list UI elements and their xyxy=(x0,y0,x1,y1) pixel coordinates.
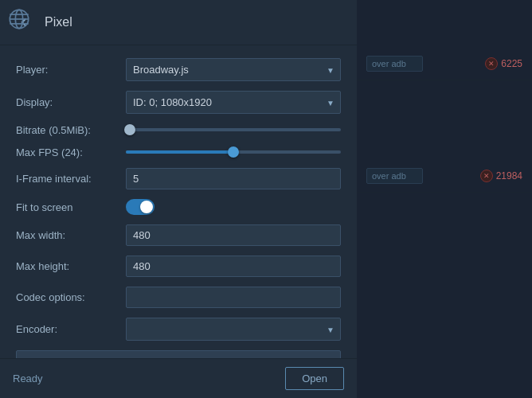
maxheight-row: Max height: xyxy=(16,256,341,277)
bitrate-label: Bitrate (0.5MiB): xyxy=(16,124,119,136)
display-select[interactable]: ID: 0; 1080x1920 ID: 1; 1920x1080 xyxy=(126,91,341,114)
badge-num-2: 21984 xyxy=(496,170,522,181)
encoder-row: Encoder: H264 H265 ▼ xyxy=(16,318,341,341)
fit-toggle-container xyxy=(126,199,341,215)
bitrate-row: Bitrate (0.5MiB): xyxy=(16,123,341,136)
encoder-select-wrapper: H264 H265 ▼ xyxy=(126,318,341,341)
maxfps-slider-thumb[interactable] xyxy=(228,146,239,158)
globe-icon[interactable] xyxy=(8,8,30,30)
badge-num-1: 6225 xyxy=(501,58,522,69)
maxfps-slider-wrapper xyxy=(126,146,341,158)
iframe-label: I-Frame interval: xyxy=(16,173,119,185)
bitrate-slider-wrapper xyxy=(126,123,341,136)
iframe-input[interactable] xyxy=(126,168,341,189)
maxfps-slider-track[interactable] xyxy=(126,150,341,154)
encoder-label: Encoder: xyxy=(16,323,119,335)
panel-content: Player: Broadway.js Native WebRTC ▼ Disp… xyxy=(0,45,357,358)
encoder-select[interactable]: H264 H265 xyxy=(126,318,341,341)
fit-label: Fit to screen xyxy=(16,201,119,213)
bg-select-2[interactable]: over adb xyxy=(366,168,423,184)
bitrate-slider-track[interactable] xyxy=(126,128,341,131)
fit-toggle[interactable] xyxy=(126,199,155,215)
bg-item-1: over adb ✕ 6225 xyxy=(357,48,532,80)
display-row: Display: ID: 0; 1080x1920 ID: 1; 1920x10… xyxy=(16,91,341,114)
reset-button[interactable]: Reset settings xyxy=(16,350,341,358)
maxfps-row: Max FPS (24): xyxy=(16,146,341,158)
fit-toggle-knob xyxy=(140,201,153,213)
badge-x-2: ✕ xyxy=(480,170,493,182)
maxfps-label: Max FPS (24): xyxy=(16,146,119,158)
panel-title: Pixel xyxy=(45,15,72,29)
player-select[interactable]: Broadway.js Native WebRTC xyxy=(126,58,341,81)
codec-label: Codec options: xyxy=(16,291,119,303)
bg-badge-1: ✕ 6225 xyxy=(485,57,522,70)
settings-panel: Pixel Player: Broadway.js Native WebRTC … xyxy=(0,0,357,398)
bg-select-1[interactable]: over adb xyxy=(366,56,423,72)
bg-item-2: over adb ✕ 21984 xyxy=(357,160,532,193)
maxheight-input[interactable] xyxy=(126,256,341,277)
panel-header: Pixel xyxy=(0,0,357,45)
maxfps-slider-fill xyxy=(126,150,233,154)
badge-x-1: ✕ xyxy=(485,57,498,70)
maxheight-label: Max height: xyxy=(16,260,119,272)
maxwidth-label: Max width: xyxy=(16,229,119,241)
open-button[interactable]: Open xyxy=(285,367,344,390)
codec-input[interactable] xyxy=(126,287,341,308)
action-buttons: Reset settings Load settings Save settin… xyxy=(16,350,341,358)
bg-badge-2: ✕ 21984 xyxy=(480,170,522,182)
fit-row: Fit to screen xyxy=(16,199,341,215)
codec-row: Codec options: xyxy=(16,287,341,308)
display-label: Display: xyxy=(16,96,119,108)
player-row: Player: Broadway.js Native WebRTC ▼ xyxy=(16,58,341,81)
player-label: Player: xyxy=(16,64,119,76)
player-select-wrapper: Broadway.js Native WebRTC ▼ xyxy=(126,58,341,81)
maxwidth-row: Max width: xyxy=(16,224,341,246)
status-text: Ready xyxy=(13,373,43,384)
bitrate-slider-thumb[interactable] xyxy=(124,124,135,135)
iframe-row: I-Frame interval: xyxy=(16,168,341,189)
background-panel: over adb ✕ 6225 over adb ✕ 21984 xyxy=(357,0,532,398)
panel-footer: Ready Open xyxy=(0,358,357,398)
display-select-wrapper: ID: 0; 1080x1920 ID: 1; 1920x1080 ▼ xyxy=(126,91,341,114)
maxwidth-input[interactable] xyxy=(126,224,341,246)
